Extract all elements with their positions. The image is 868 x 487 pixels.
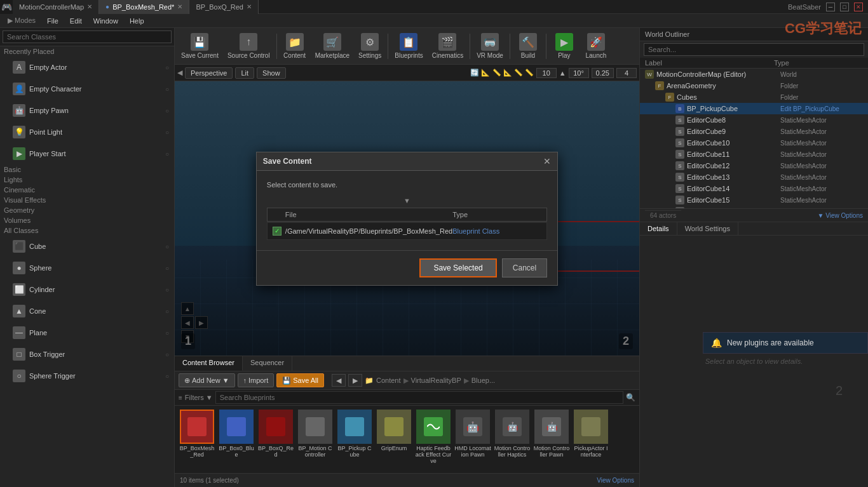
cb-back-button[interactable]: ◀ [332,374,346,387]
outliner-row[interactable]: F ArenaGeometry Folder [640,80,868,91]
or-label: EditorCube11 [687,150,780,158]
panel-item-point-light[interactable]: 💡 Point Light ○ [0,121,174,143]
menu-window[interactable]: Window [88,16,123,26]
outliner-row[interactable]: S EditorCube14 StaticMeshActor [640,183,868,194]
outliner-row[interactable]: S EditorCube10 StaticMeshActor [640,137,868,149]
marketplace-button[interactable]: 🛒 Marketplace [311,30,353,63]
outliner-row[interactable]: S EditorCube9 StaticMeshActor [640,126,868,137]
launch-button[interactable]: 🚀 Launch [581,30,611,63]
outliner-row[interactable]: S EditorCube13 StaticMeshActor [640,171,868,183]
menu-file[interactable]: File [42,16,64,26]
outliner-row[interactable]: S EditorCube11 StaticMeshActor [640,149,868,160]
filters-label[interactable]: Filters ▼ [185,394,213,401]
outliner-row[interactable]: W MotionControllerMap (Editor) World [640,69,868,80]
blueprints-button[interactable]: 📋 Blueprints [391,30,426,63]
search-classes-input[interactable] [3,30,172,43]
item-label: Empty Actor [29,63,161,71]
view-options-label[interactable]: View Options [597,477,634,484]
panel-item-sphere[interactable]: ● Sphere ○ [0,257,174,279]
save-current-button[interactable]: 💾 Save Current [177,30,222,63]
outliner-row[interactable]: S EditorCube8 StaticMeshActor [640,114,868,126]
minimize-button[interactable]: ─ [826,3,835,11]
asset-gripenum[interactable]: GripEnum [376,410,412,469]
tab-content-browser[interactable]: Content Browser [175,356,243,371]
vr-mode-button[interactable]: 🥽 VR Mode [473,30,507,63]
tab-close-icon[interactable]: ✕ [247,3,252,10]
cb-forward-button[interactable]: ▶ [348,374,362,387]
menu-help[interactable]: Help [125,16,149,26]
tab-motioncontrollermap[interactable]: MotionControllerMap ✕ [13,0,99,14]
cancel-button[interactable]: Cancel [502,258,547,277]
asset-bp-boxmesh-red[interactable]: BP_BoxMesh_Red [179,410,215,469]
outliner-row[interactable]: S EditorCube12 StaticMeshActor [640,160,868,171]
category-all-classes[interactable]: All Classes [0,225,174,236]
save-selected-button[interactable]: Save Selected [419,258,496,277]
source-control-button[interactable]: ↑ Source Control [224,30,274,63]
row-checkbox[interactable]: ✓ [273,227,281,236]
tab-details[interactable]: Details [640,222,677,235]
perspective-button[interactable]: Perspective [185,67,233,79]
asset-bp-motion-controller[interactable]: BP_Motion Controller [297,410,334,469]
menu-edit[interactable]: Edit [65,16,87,26]
outliner-search-input[interactable] [644,43,864,56]
content-browser-search[interactable] [215,391,623,404]
panel-item-empty-actor[interactable]: A Empty Actor ○ [0,57,174,78]
search-icon: 🔍 [626,393,635,402]
panel-item-cylinder[interactable]: ⬜ Cylinder ○ [0,279,174,300]
asset-motion-controller-haptics[interactable]: 🤖 Motion Controller Haptics [494,410,531,469]
maximize-button[interactable]: □ [840,3,849,11]
category-recently-placed[interactable]: Recently Placed [0,46,174,57]
outliner-row[interactable]: S EditorCube15 StaticMeshActor [640,194,868,206]
asset-bp-box0-blue[interactable]: BP_Box0_Blue [218,410,255,469]
content-button[interactable]: 📁 Content [280,30,310,63]
pin-icon: ○ [165,308,169,315]
outliner-row[interactable]: F Cubes Folder [640,91,868,103]
panel-item-plane[interactable]: — Plane ○ [0,322,174,344]
tab-bp-boxq-red[interactable]: BP_BoxQ_Red ✕ [189,0,259,14]
import-button[interactable]: ↑ Import [238,373,275,387]
category-visual-effects[interactable]: Visual Effects [0,195,174,205]
asset-pickup-actor-interface[interactable]: PickupActor Interface [573,410,609,469]
asset-haptic-feedback[interactable]: Haptic Feedback Effect Curve [415,410,452,469]
category-geometry[interactable]: Geometry [0,205,174,215]
title-bar: 🎮 MotionControllerMap ✕ ● BP_BoxMesh_Red… [0,0,868,14]
tab-world-settings[interactable]: World Settings [677,222,738,235]
panel-item-cube[interactable]: ⬛ Cube ○ [0,236,174,257]
close-button[interactable]: ✕ [854,3,863,11]
asset-bp-boxq-red[interactable]: BP_BoxQ_Red [257,410,294,469]
cb-path-vrbp[interactable]: VirtualRealityBP [411,377,461,384]
outliner-row-bp-pickupcube[interactable]: B BP_PickupCube Edit BP_PickupCube [640,103,868,114]
tab-sequencer[interactable]: Sequencer [243,356,292,371]
panel-item-empty-pawn[interactable]: 🤖 Empty Pawn ○ [0,100,174,121]
view-options-button[interactable]: ▼ View Options [818,212,863,219]
build-button[interactable]: 🔨 Build [513,30,543,63]
cb-path-bluep[interactable]: Bluep... [471,377,495,384]
asset-bp-pickup-cube[interactable]: BP_Pickup Cube [336,410,373,469]
tab-bp-boxmesh-red[interactable]: ● BP_BoxMesh_Red* ✕ [99,0,189,14]
panel-item-cone[interactable]: ▲ Cone ○ [0,300,174,322]
cb-path-content[interactable]: Content [376,377,401,384]
tab-close-icon[interactable]: ✕ [87,3,92,10]
show-button[interactable]: Show [257,67,286,79]
panel-item-sphere-trigger[interactable]: ○ Sphere Trigger ○ [0,365,174,387]
lit-button[interactable]: Lit [235,67,254,79]
save-all-button[interactable]: 💾 Save All [276,373,324,387]
cinematics-button[interactable]: 🎬 Cinematics [428,30,467,63]
panel-item-box-trigger[interactable]: □ Box Trigger ○ [0,344,174,365]
dialog-close-button[interactable]: ✕ [543,156,551,166]
add-new-button[interactable]: ⊕ Add New ▼ [179,373,235,387]
asset-motion-controller-pawn[interactable]: 🤖 Motion Controller Pawn [533,410,570,469]
settings-button[interactable]: ⚙ Settings [355,30,385,63]
panel-item-player-start[interactable]: ▶ Player Start ○ [0,143,174,164]
play-button[interactable]: ▶ Play [549,30,580,63]
tab-close-icon[interactable]: ✕ [177,3,182,10]
layer: 4 [616,68,637,78]
category-lights[interactable]: Lights [0,175,174,185]
3d-viewport[interactable]: ▲ ◀ ▶ ▼ 1 2 Save Content ✕ [175,81,639,356]
panel-item-empty-character[interactable]: 👤 Empty Character ○ [0,78,174,100]
category-volumes[interactable]: Volumes [0,215,174,225]
category-basic[interactable]: Basic [0,164,174,175]
asset-hmd-locomotion-pawn[interactable]: 🤖 HMD Locomation Pawn [454,410,491,469]
category-cinematic[interactable]: Cinematic [0,185,174,195]
or-type: StaticMeshActor [780,151,863,158]
